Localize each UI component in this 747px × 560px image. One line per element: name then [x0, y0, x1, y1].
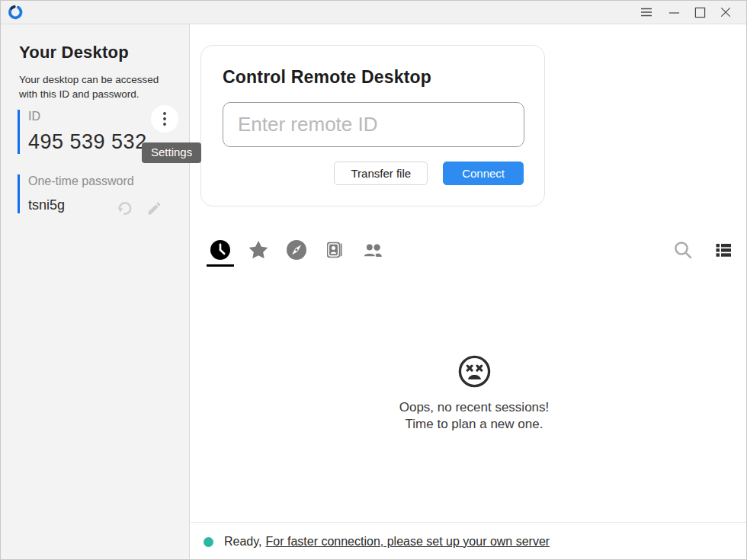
- list-view-icon: [713, 239, 734, 261]
- card-buttons: Transfer file Connect: [334, 162, 524, 185]
- titlebar: [1, 1, 746, 24]
- search-icon: [672, 239, 694, 261]
- status-text: Ready,: [224, 535, 262, 549]
- card-title: Control Remote Desktop: [223, 67, 431, 88]
- compass-icon: [286, 239, 307, 261]
- id-label: ID: [28, 110, 170, 123]
- tab-discovered[interactable]: [286, 239, 307, 261]
- dizzy-face-icon: [457, 354, 492, 389]
- sidebar-title: Your Desktop: [19, 43, 129, 62]
- remote-id-input[interactable]: [223, 102, 524, 147]
- setup-server-link[interactable]: For faster connection, please set up you…: [266, 535, 550, 549]
- connection-status-dot: [204, 537, 213, 547]
- edit-pencil-icon: [146, 200, 162, 216]
- settings-menu-button[interactable]: [151, 105, 178, 133]
- main-panel: Control Remote Desktop Transfer file Con…: [191, 24, 747, 560]
- refresh-password-button[interactable]: [117, 200, 133, 216]
- transfer-file-button[interactable]: Transfer file: [334, 162, 428, 185]
- tab-favorites[interactable]: [248, 239, 269, 261]
- more-vertical-icon: [162, 111, 167, 126]
- rustdesk-logo-icon: [7, 4, 24, 21]
- rustdesk-window: Your Desktop Your desktop can be accesse…: [0, 0, 747, 560]
- password-label: One-time password: [28, 174, 170, 188]
- window-controls: [635, 2, 746, 22]
- connect-button[interactable]: Connect: [443, 162, 524, 185]
- refresh-icon: [117, 200, 133, 216]
- empty-recent-sessions: Oops, no recent sessions! Time to plan a…: [200, 354, 747, 433]
- maximize-icon[interactable]: [688, 2, 711, 22]
- clock-icon: [210, 239, 231, 261]
- control-remote-desktop-card: Control Remote Desktop Transfer file Con…: [200, 45, 545, 206]
- search-button[interactable]: [672, 239, 694, 261]
- address-book-icon: [324, 239, 345, 261]
- edit-password-button[interactable]: [146, 200, 162, 216]
- view-mode-button[interactable]: [713, 239, 734, 261]
- close-icon[interactable]: [714, 2, 737, 22]
- list-toolbar: [672, 239, 734, 261]
- star-icon: [248, 239, 269, 261]
- empty-state-line2: Time to plan a new one.: [200, 416, 747, 433]
- menu-icon[interactable]: [635, 2, 658, 22]
- sidebar: Your Desktop Your desktop can be accesse…: [1, 24, 190, 560]
- group-icon: [362, 239, 383, 261]
- minimize-icon[interactable]: [662, 2, 685, 22]
- session-tabs: [210, 238, 734, 262]
- tab-recent-sessions[interactable]: [210, 239, 231, 261]
- empty-state-line1: Oops, no recent sessions!: [200, 399, 747, 416]
- tab-address-book[interactable]: [324, 239, 345, 261]
- sidebar-description: Your desktop can be accessed with this I…: [19, 72, 176, 101]
- statusbar: Ready, For faster connection, please set…: [191, 522, 747, 560]
- tab-group[interactable]: [362, 239, 383, 261]
- settings-tooltip: Settings: [142, 142, 201, 163]
